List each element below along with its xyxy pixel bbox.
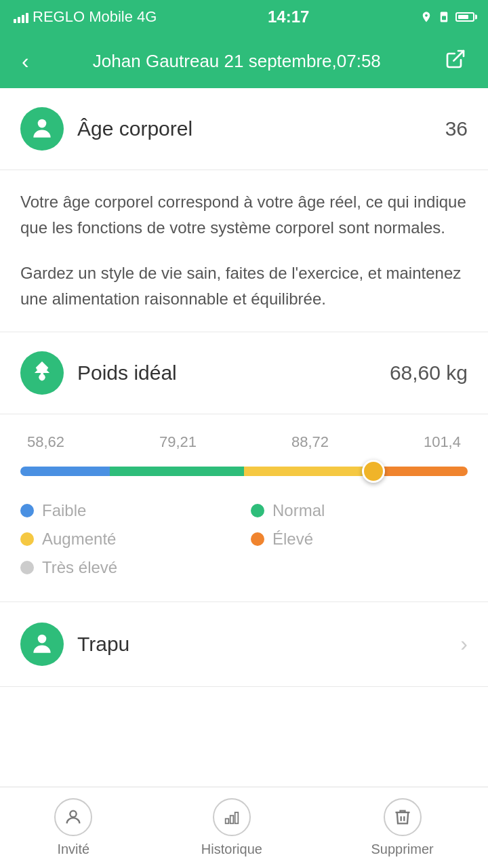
export-button[interactable] bbox=[439, 43, 472, 80]
slider-section: 58,62 79,21 88,72 101,4 Faible Normal Au… bbox=[0, 414, 488, 602]
trash-icon bbox=[393, 808, 412, 827]
trapu-person-icon bbox=[29, 631, 55, 657]
weight-header-section: Poids idéal 68,60 kg bbox=[0, 332, 488, 414]
legend-dot-tres-eleve bbox=[20, 561, 34, 574]
supprimer-icon-circle bbox=[384, 798, 422, 836]
legend-faible: Faible bbox=[20, 501, 237, 520]
legend-label-faible: Faible bbox=[42, 501, 86, 520]
weight-value: 68,60 kg bbox=[390, 361, 468, 384]
tab-supprimer[interactable]: Supprimer bbox=[371, 798, 433, 857]
svg-point-3 bbox=[38, 119, 47, 128]
slider-track bbox=[20, 467, 468, 476]
scale-val-2: 79,21 bbox=[159, 433, 197, 451]
weight-icon-circle bbox=[20, 351, 64, 395]
description-section: Votre âge corporel correspond à votre âg… bbox=[0, 170, 488, 332]
legend-dot-faible bbox=[20, 504, 34, 517]
age-label: Âge corporel bbox=[77, 117, 192, 140]
legend-label-eleve: Élevé bbox=[272, 530, 313, 549]
legend-label-tres-eleve: Très élevé bbox=[42, 558, 117, 577]
tab-historique-label: Historique bbox=[201, 842, 262, 857]
nav-title: Johan Gautreau 21 septembre,07:58 bbox=[35, 51, 439, 72]
description-paragraph2: Gardez un style de vie sain, faites de l… bbox=[20, 260, 468, 313]
trapu-label: Trapu bbox=[77, 633, 129, 656]
svg-point-6 bbox=[70, 811, 77, 817]
scale-val-1: 58,62 bbox=[27, 433, 64, 451]
trapu-section[interactable]: Trapu › bbox=[0, 602, 488, 687]
chart-bar-icon bbox=[222, 808, 241, 827]
invite-icon-circle bbox=[54, 798, 92, 836]
sim-icon bbox=[438, 11, 450, 23]
scale-val-4: 101,4 bbox=[424, 433, 461, 451]
back-button[interactable]: ‹ bbox=[16, 43, 35, 79]
age-value: 36 bbox=[445, 117, 468, 140]
network-label: 4G bbox=[137, 8, 157, 26]
weight-label: Poids idéal bbox=[77, 361, 177, 384]
arrow-up-icon bbox=[29, 360, 55, 386]
scale-val-3: 88,72 bbox=[291, 433, 329, 451]
tab-historique[interactable]: Historique bbox=[201, 798, 262, 857]
legend-label-normal: Normal bbox=[272, 501, 325, 520]
trapu-icon-circle bbox=[20, 623, 64, 666]
age-icon-circle bbox=[20, 107, 64, 151]
status-bar: REGLO Mobile 4G 14:17 bbox=[0, 0, 488, 34]
location-icon bbox=[420, 11, 432, 23]
legend-dot-eleve bbox=[251, 532, 264, 546]
svg-line-2 bbox=[453, 51, 464, 61]
tab-invite-label: Invité bbox=[57, 842, 89, 857]
time-label: 14:17 bbox=[268, 7, 309, 26]
svg-point-5 bbox=[38, 634, 47, 643]
historique-icon-circle bbox=[213, 798, 251, 836]
svg-rect-7 bbox=[226, 818, 229, 823]
legend-eleve: Élevé bbox=[251, 530, 468, 549]
legend-grid: Faible Normal Augmenté Élevé Très élevé bbox=[20, 501, 468, 577]
slider-numbers: 58,62 79,21 88,72 101,4 bbox=[20, 433, 468, 451]
legend-dot-normal bbox=[251, 504, 264, 517]
invite-person-icon bbox=[64, 808, 83, 827]
description-paragraph1: Votre âge corporel correspond à votre âg… bbox=[20, 189, 468, 241]
slider-track-container bbox=[20, 458, 468, 485]
status-right bbox=[420, 11, 474, 23]
tab-bar: Invité Historique Supprimer bbox=[0, 787, 488, 868]
svg-rect-9 bbox=[235, 812, 239, 823]
legend-normal: Normal bbox=[251, 501, 468, 520]
svg-rect-1 bbox=[442, 16, 446, 20]
legend-label-augmente: Augmenté bbox=[42, 530, 116, 549]
status-left: REGLO Mobile 4G bbox=[14, 8, 157, 26]
carrier-label: REGLO Mobile bbox=[33, 8, 133, 26]
legend-augmente: Augmenté bbox=[20, 530, 237, 549]
tab-supprimer-label: Supprimer bbox=[371, 842, 433, 857]
signal-icon bbox=[14, 11, 28, 23]
legend-dot-augmente bbox=[20, 532, 34, 546]
age-section: Âge corporel 36 bbox=[0, 88, 488, 170]
svg-rect-8 bbox=[230, 816, 234, 824]
person-icon bbox=[29, 116, 55, 142]
slider-thumb[interactable] bbox=[362, 460, 385, 483]
tab-invite[interactable]: Invité bbox=[54, 798, 92, 857]
battery-icon bbox=[455, 12, 474, 22]
legend-tres-eleve: Très élevé bbox=[20, 558, 237, 577]
main-content: Âge corporel 36 Votre âge corporel corre… bbox=[0, 88, 488, 787]
trapu-chevron-icon: › bbox=[460, 631, 468, 656]
nav-bar: ‹ Johan Gautreau 21 septembre,07:58 bbox=[0, 34, 488, 88]
